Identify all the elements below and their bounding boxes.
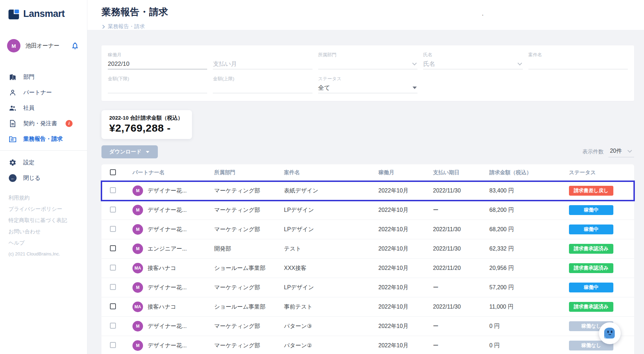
department-cell: マーケティング部 (209, 207, 278, 214)
total-amount-title: 2022-10 合計請求金額（税込） (109, 115, 183, 121)
table-row[interactable]: M デザイナー花... マーケティング部 LPデザイン 2022年10月 ー 5… (101, 278, 634, 297)
row-checkbox[interactable] (110, 226, 116, 232)
triangle-down-icon (146, 151, 149, 153)
chevron-down-icon (627, 148, 632, 153)
status-select[interactable]: 全て (318, 83, 417, 93)
month-cell: 2022年10月 (373, 342, 427, 349)
page-title: 業務報告・請求 (101, 6, 644, 18)
amount-min-placeholder: 金額(下限) (108, 76, 207, 83)
table-row[interactable]: M デザイナー花... マーケティング部 LPデザイン 2022年10月 ー 6… (101, 201, 634, 220)
select-all-checkbox[interactable] (110, 169, 116, 175)
table-row[interactable]: MA 接客ハナコ ショールーム事業部 XXX接客 2022年10月 2022/1… (101, 259, 634, 278)
project-input[interactable] (528, 59, 628, 69)
table-row[interactable]: MA 接客ハナコ ショールーム事業部 事前テスト 2022年10月 2022/1… (101, 297, 634, 317)
month-cell: 2022年10月 (373, 265, 427, 272)
working-month-input[interactable]: 2022/10 (108, 59, 207, 69)
amount-min-input[interactable] (108, 83, 207, 93)
brand-logo[interactable]: Lansmart (0, 8, 87, 19)
link-commercial-law[interactable]: 特定商取引に基づく表記 (8, 215, 87, 226)
project-cell: LPデザイン (278, 284, 373, 291)
due-date-cell: ー (427, 207, 484, 214)
page-size-select[interactable]: 20件 (608, 147, 634, 157)
name-select[interactable]: 氏名 (423, 59, 522, 69)
status-badge: 請求書承認済み (569, 263, 613, 273)
row-checkbox[interactable] (110, 284, 116, 290)
link-help[interactable]: ヘルプ (8, 237, 87, 248)
row-checkbox[interactable] (110, 245, 116, 251)
row-checkbox[interactable] (110, 323, 116, 329)
sidebar-item-collapse[interactable]: ← 閉じる (0, 170, 87, 186)
row-checkbox[interactable] (110, 207, 116, 213)
table-row[interactable]: M デザイナー花... マーケティング部 パターン③ 2022年10月 ー 0 … (101, 317, 634, 336)
sidebar-item-settings[interactable]: 設定 (0, 155, 87, 170)
sidebar-item-label: パートナー (23, 89, 52, 96)
filter-status: ステータス 全て (318, 74, 417, 93)
chat-mascot-icon (603, 326, 617, 340)
col-header-department: 所属部門 (209, 169, 278, 176)
due-date-cell: 2022/11/30 (427, 246, 484, 252)
project-cell: 表紙デザイン (278, 187, 373, 195)
app-window: Lansmart M 池田オーナー 部門 パートナー (0, 0, 644, 354)
department-select[interactable] (318, 59, 417, 69)
row-checkbox[interactable] (110, 342, 116, 348)
link-contact[interactable]: お問い合わせ (8, 226, 87, 237)
row-checkbox[interactable] (110, 303, 116, 309)
bell-icon[interactable] (71, 42, 79, 50)
page-size-value: 20件 (610, 147, 622, 155)
table-row[interactable]: M エンジニアー... 開発部 テスト 2022年10月 2022/11/30 … (101, 239, 634, 259)
download-button[interactable]: ダウンロード (101, 145, 158, 158)
amount-max-placeholder: 金額(上限) (213, 76, 312, 83)
status-value: 全て (318, 84, 330, 92)
status-badge: 稼働中 (569, 205, 613, 215)
project-cell: XXX接客 (278, 265, 373, 272)
table-row[interactable]: M デザイナー花... マーケティング部 パターン② 2022年10月 ー 0 … (101, 336, 634, 354)
sidebar-item-departments[interactable]: 部門 (0, 69, 87, 85)
sidebar-item-reports-billing[interactable]: 業務報告・請求 (0, 131, 87, 147)
amount-max-input[interactable] (213, 83, 312, 93)
due-date-cell: ー (427, 342, 484, 349)
due-date-cell: 2022/11/30 (427, 226, 484, 233)
sidebar-item-partners[interactable]: パートナー (0, 85, 87, 100)
amount-cell: 20,956 円 (484, 265, 558, 272)
link-terms[interactable]: 利用規約 (8, 192, 87, 203)
chevron-down-icon (518, 61, 522, 65)
project-cell: 事前テスト (278, 303, 373, 311)
project-cell: パターン③ (278, 323, 373, 330)
table-row[interactable]: M デザイナー花... マーケティング部 表紙デザイン 2022年10月 202… (101, 181, 634, 201)
people-icon (8, 104, 17, 112)
amount-cell: 11,000 円 (484, 303, 558, 311)
page-header: 業務報告・請求 業務報告・請求 . (87, 0, 644, 30)
breadcrumb-label: 業務報告・請求 (108, 23, 145, 30)
filter-label: 稼働月 (108, 52, 207, 59)
chat-widget-button[interactable] (599, 322, 621, 344)
month-cell: 2022年10月 (373, 303, 427, 311)
payment-month-input[interactable]: 支払い月 (213, 59, 312, 69)
status-badge: 請求書差し戻し (569, 186, 613, 196)
user-row: M 池田オーナー (7, 39, 79, 52)
table-toolbar: ダウンロード 表示件数 20件 (101, 145, 634, 158)
sidebar-footer: 利用規約 プライバシーポリシー 特定商取引に基づく表記 お問い合わせ ヘルプ (… (8, 192, 87, 257)
link-privacy-policy[interactable]: プライバシーポリシー (8, 203, 87, 215)
row-checkbox[interactable] (110, 265, 116, 271)
department-cell: マーケティング部 (209, 323, 278, 330)
project-cell: LPデザイン (278, 207, 373, 214)
project-cell: パターン② (278, 342, 373, 349)
sidebar-item-employees[interactable]: 社員 (0, 100, 87, 116)
user-avatar[interactable]: M (7, 39, 20, 52)
breadcrumb[interactable]: 業務報告・請求 (101, 23, 644, 30)
status-badge: 請求書承認済み (569, 244, 613, 254)
row-checkbox[interactable] (110, 187, 116, 193)
lansmart-logo-icon (8, 9, 20, 19)
month-cell: 2022年10月 (373, 245, 427, 253)
table-row[interactable]: M デザイナー花... マーケティング部 LPデザイン 2022年10月 202… (101, 220, 634, 239)
partner-name: デザイナー花... (148, 323, 187, 330)
sidebar-item-contracts[interactable]: 契約・発注書 i (0, 116, 87, 131)
month-cell: 2022年10月 (373, 284, 427, 291)
project-cell: LPデザイン (278, 226, 373, 233)
document-icon (8, 119, 17, 128)
partner-avatar: MA (132, 302, 143, 312)
status-badge: 請求書承認済み (569, 302, 613, 312)
department-cell: ショールーム事業部 (209, 303, 278, 311)
partner-avatar: M (132, 282, 143, 293)
table-body: M デザイナー花... マーケティング部 表紙デザイン 2022年10月 202… (101, 181, 634, 354)
